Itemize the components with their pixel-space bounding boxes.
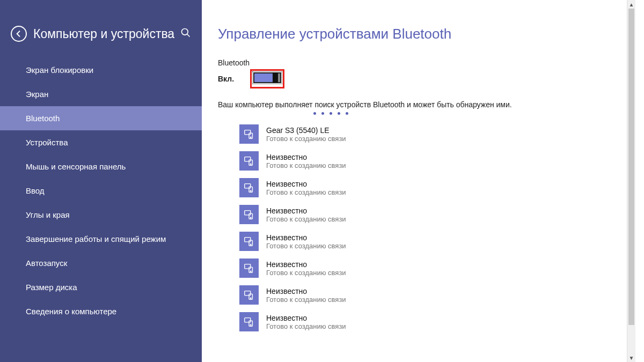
device-icon — [239, 285, 259, 305]
device-status: Готово к созданию связи — [266, 295, 346, 304]
bluetooth-toggle[interactable] — [253, 72, 281, 83]
device-name: Неизвестно — [266, 260, 346, 269]
scroll-track[interactable] — [627, 9, 635, 353]
device-status: Готово к созданию связи — [266, 135, 346, 143]
device-icon — [239, 151, 259, 171]
device-name: Gear S3 (5540) LE — [266, 126, 346, 135]
back-button[interactable] — [11, 26, 27, 42]
sidebar-item-devices[interactable]: Устройства — [0, 130, 202, 154]
scroll-up-arrow-icon[interactable]: ▲ — [627, 0, 636, 9]
svg-point-25 — [250, 324, 251, 325]
device-status: Готово к созданию связи — [266, 322, 346, 330]
device-name: Неизвестно — [266, 180, 346, 188]
svg-rect-14 — [245, 238, 251, 242]
device-item[interactable]: НеизвестноГотово к созданию связи — [239, 258, 619, 278]
device-text: Gear S3 (5540) LEГотово к созданию связи — [266, 126, 346, 143]
svg-point-0 — [182, 29, 188, 35]
sidebar: Компьютер и устройства Экран блокировки … — [0, 0, 202, 362]
svg-rect-5 — [245, 157, 251, 161]
device-text: НеизвестноГотово к созданию связи — [266, 233, 346, 250]
device-text: НеизвестноГотово к созданию связи — [266, 287, 346, 304]
device-item[interactable]: НеизвестноГотово к созданию связи — [239, 151, 619, 171]
device-status: Готово к созданию связи — [266, 269, 346, 277]
svg-line-1 — [187, 34, 190, 37]
toggle-section-label: Bluetooth — [218, 58, 619, 67]
device-status: Готово к созданию связи — [266, 161, 346, 169]
device-text: НеизвестноГотово к созданию связи — [266, 153, 346, 169]
device-text: НеизвестноГотово к созданию связи — [266, 206, 346, 223]
toggle-fill — [254, 73, 274, 82]
sidebar-item-bluetooth[interactable]: Bluetooth — [0, 106, 202, 130]
sidebar-item-power-sleep[interactable]: Завершение работы и спящий режим — [0, 227, 202, 251]
svg-rect-23 — [245, 318, 251, 322]
device-icon — [239, 124, 259, 144]
svg-rect-2 — [245, 130, 251, 135]
device-name: Неизвестно — [266, 314, 346, 322]
sidebar-item-typing[interactable]: Ввод — [0, 179, 202, 203]
device-icon — [239, 178, 259, 197]
search-icon — [180, 27, 191, 38]
device-item[interactable]: НеизвестноГотово к созданию связи — [239, 232, 619, 251]
device-item[interactable]: НеизвестноГотово к созданию связи — [239, 205, 619, 224]
device-status: Готово к созданию связи — [266, 215, 346, 223]
scroll-thumb[interactable] — [628, 9, 634, 325]
device-name: Неизвестно — [266, 233, 346, 242]
nav-list: Экран блокировки Экран Bluetooth Устройс… — [0, 58, 202, 323]
search-button[interactable] — [180, 27, 191, 40]
device-list: Gear S3 (5540) LEГотово к созданию связи… — [218, 124, 619, 331]
svg-point-10 — [250, 190, 251, 191]
toggle-thumb — [273, 72, 278, 83]
svg-rect-20 — [245, 291, 251, 295]
svg-rect-11 — [245, 211, 251, 215]
bluetooth-toggle-section: Bluetooth Вкл. — [218, 58, 619, 88]
toggle-state-label: Вкл. — [218, 75, 250, 83]
scrollbar-vertical[interactable]: ▲ ▼ — [627, 0, 635, 362]
svg-rect-8 — [245, 184, 251, 188]
sidebar-item-lock-screen[interactable]: Экран блокировки — [0, 58, 202, 82]
svg-point-22 — [250, 298, 251, 298]
svg-point-7 — [250, 164, 251, 164]
scroll-down-arrow-icon[interactable]: ▼ — [627, 353, 636, 362]
device-text: НеизвестноГотово к созданию связи — [266, 180, 346, 196]
svg-point-16 — [250, 244, 251, 245]
device-icon — [239, 205, 259, 224]
svg-point-19 — [250, 271, 251, 271]
svg-point-13 — [250, 217, 251, 218]
svg-rect-17 — [245, 264, 251, 269]
sidebar-item-mouse-touchpad[interactable]: Мышь и сенсорная панель — [0, 154, 202, 179]
device-text: НеизвестноГотово к созданию связи — [266, 314, 346, 330]
device-icon — [239, 258, 259, 278]
search-status-text: Ваш компьютер выполняет поиск устройств … — [218, 100, 619, 109]
arrow-left-icon — [14, 29, 23, 38]
page-title: Управление устройствами Bluetooth — [218, 26, 619, 42]
sidebar-item-pc-info[interactable]: Сведения о компьютере — [0, 299, 202, 323]
sidebar-title: Компьютер и устройства — [33, 27, 176, 41]
device-status: Готово к созданию связи — [266, 188, 346, 196]
device-name: Неизвестно — [266, 206, 346, 215]
searching-progress-dots — [218, 112, 443, 115]
sidebar-item-corners-edges[interactable]: Углы и края — [0, 203, 202, 227]
sidebar-header: Компьютер и устройства — [0, 26, 202, 58]
main-content: Управление устройствами Bluetooth Blueto… — [202, 0, 635, 362]
sidebar-item-autoplay[interactable]: Автозапуск — [0, 251, 202, 275]
device-text: НеизвестноГотово к созданию связи — [266, 260, 346, 277]
device-icon — [239, 312, 259, 331]
device-status: Готово к созданию связи — [266, 242, 346, 250]
device-name: Неизвестно — [266, 287, 346, 295]
svg-point-4 — [250, 137, 251, 137]
device-icon — [239, 232, 259, 251]
sidebar-item-display[interactable]: Экран — [0, 82, 202, 106]
device-name: Неизвестно — [266, 153, 346, 161]
device-item[interactable]: НеизвестноГотово к созданию связи — [239, 178, 619, 197]
toggle-highlight-annotation — [250, 69, 284, 88]
device-item[interactable]: НеизвестноГотово к созданию связи — [239, 312, 619, 331]
sidebar-item-disk-space[interactable]: Размер диска — [0, 275, 202, 299]
device-item[interactable]: Gear S3 (5540) LEГотово к созданию связи — [239, 124, 619, 144]
app-window: Компьютер и устройства Экран блокировки … — [0, 0, 635, 362]
device-item[interactable]: НеизвестноГотово к созданию связи — [239, 285, 619, 305]
